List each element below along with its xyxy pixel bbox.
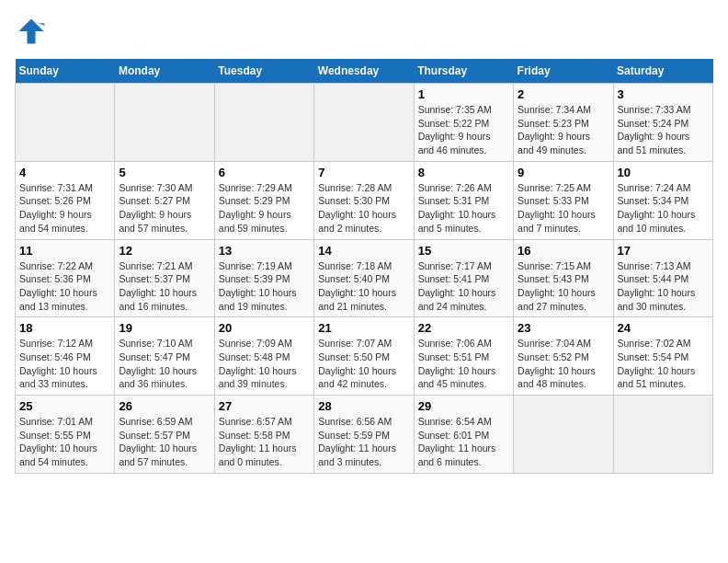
calendar-cell: 27Sunrise: 6:57 AMSunset: 5:58 PMDayligh… xyxy=(214,396,313,474)
calendar-table: SundayMondayTuesdayWednesdayThursdayFrid… xyxy=(15,59,713,474)
calendar-cell: 6Sunrise: 7:29 AMSunset: 5:29 PMDaylight… xyxy=(214,161,313,239)
day-info: Sunrise: 7:13 AMSunset: 5:44 PMDaylight:… xyxy=(618,259,709,314)
day-info: Sunrise: 7:30 AMSunset: 5:27 PMDaylight:… xyxy=(119,181,210,236)
day-info: Sunrise: 7:35 AMSunset: 5:22 PMDaylight:… xyxy=(418,103,509,157)
day-info: Sunrise: 7:09 AMSunset: 5:48 PMDaylight:… xyxy=(219,337,310,391)
day-info: Sunrise: 7:10 AMSunset: 5:47 PMDaylight:… xyxy=(119,337,210,391)
calendar-cell: 3Sunrise: 7:33 AMSunset: 5:24 PMDaylight… xyxy=(613,84,712,162)
calendar-cell: 23Sunrise: 7:04 AMSunset: 5:52 PMDayligh… xyxy=(514,317,613,396)
day-number: 21 xyxy=(318,321,409,335)
calendar-cell: 10Sunrise: 7:24 AMSunset: 5:34 PMDayligh… xyxy=(613,161,712,239)
day-info: Sunrise: 7:07 AMSunset: 5:50 PMDaylight:… xyxy=(318,337,409,391)
day-number: 29 xyxy=(418,399,509,413)
calendar-cell: 25Sunrise: 7:01 AMSunset: 5:55 PMDayligh… xyxy=(16,396,115,474)
calendar-cell: 28Sunrise: 6:56 AMSunset: 5:59 PMDayligh… xyxy=(314,396,414,474)
day-info: Sunrise: 6:59 AMSunset: 5:57 PMDaylight:… xyxy=(119,415,210,469)
day-number: 22 xyxy=(418,321,509,335)
day-info: Sunrise: 7:34 AMSunset: 5:23 PMDaylight:… xyxy=(518,103,609,157)
day-info: Sunrise: 7:12 AMSunset: 5:46 PMDaylight:… xyxy=(19,337,110,391)
day-info: Sunrise: 7:26 AMSunset: 5:31 PMDaylight:… xyxy=(418,181,509,236)
page-header xyxy=(15,15,713,48)
calendar-cell: 29Sunrise: 6:54 AMSunset: 6:01 PMDayligh… xyxy=(414,396,513,474)
calendar-cell: 14Sunrise: 7:18 AMSunset: 5:40 PMDayligh… xyxy=(314,239,414,317)
day-info: Sunrise: 7:24 AMSunset: 5:34 PMDaylight:… xyxy=(618,181,709,236)
day-number: 19 xyxy=(119,321,210,335)
calendar-cell xyxy=(514,396,613,474)
day-info: Sunrise: 7:25 AMSunset: 5:33 PMDaylight:… xyxy=(518,181,609,236)
logo-icon xyxy=(15,15,48,48)
day-of-week-header: Thursday xyxy=(414,59,513,84)
day-of-week-header: Sunday xyxy=(16,59,115,84)
day-of-week-header: Friday xyxy=(514,59,613,84)
calendar-week-row: 25Sunrise: 7:01 AMSunset: 5:55 PMDayligh… xyxy=(16,396,713,474)
day-info: Sunrise: 7:17 AMSunset: 5:41 PMDaylight:… xyxy=(418,259,509,314)
calendar-cell: 16Sunrise: 7:15 AMSunset: 5:43 PMDayligh… xyxy=(514,239,613,317)
day-info: Sunrise: 7:15 AMSunset: 5:43 PMDaylight:… xyxy=(518,259,609,314)
day-number: 1 xyxy=(418,87,509,101)
day-number: 15 xyxy=(418,244,509,258)
day-number: 10 xyxy=(618,166,709,179)
day-of-week-header: Tuesday xyxy=(214,59,313,84)
calendar-cell xyxy=(214,84,313,162)
day-number: 17 xyxy=(618,244,709,258)
calendar-cell: 22Sunrise: 7:06 AMSunset: 5:51 PMDayligh… xyxy=(414,317,513,396)
calendar-cell: 12Sunrise: 7:21 AMSunset: 5:37 PMDayligh… xyxy=(115,239,214,317)
calendar-cell: 2Sunrise: 7:34 AMSunset: 5:23 PMDaylight… xyxy=(514,84,613,162)
day-info: Sunrise: 7:19 AMSunset: 5:39 PMDaylight:… xyxy=(219,259,310,314)
day-number: 16 xyxy=(518,244,609,258)
calendar-cell: 7Sunrise: 7:28 AMSunset: 5:30 PMDaylight… xyxy=(314,161,414,239)
calendar-cell: 18Sunrise: 7:12 AMSunset: 5:46 PMDayligh… xyxy=(16,317,115,396)
calendar-cell: 26Sunrise: 6:59 AMSunset: 5:57 PMDayligh… xyxy=(115,396,214,474)
calendar-header-row: SundayMondayTuesdayWednesdayThursdayFrid… xyxy=(16,59,713,84)
day-info: Sunrise: 6:57 AMSunset: 5:58 PMDaylight:… xyxy=(219,415,310,469)
day-number: 3 xyxy=(618,87,709,101)
day-info: Sunrise: 6:54 AMSunset: 6:01 PMDaylight:… xyxy=(418,415,509,469)
logo xyxy=(15,15,51,48)
calendar-week-row: 1Sunrise: 7:35 AMSunset: 5:22 PMDaylight… xyxy=(16,84,713,162)
day-number: 8 xyxy=(418,166,509,179)
day-number: 11 xyxy=(19,244,110,258)
day-number: 28 xyxy=(318,399,409,413)
day-info: Sunrise: 7:28 AMSunset: 5:30 PMDaylight:… xyxy=(318,181,409,236)
calendar-cell xyxy=(613,396,712,474)
day-number: 7 xyxy=(318,166,409,179)
day-number: 5 xyxy=(119,166,210,179)
day-number: 20 xyxy=(219,321,310,335)
day-number: 12 xyxy=(119,244,210,258)
calendar-week-row: 18Sunrise: 7:12 AMSunset: 5:46 PMDayligh… xyxy=(16,317,713,396)
calendar-cell: 9Sunrise: 7:25 AMSunset: 5:33 PMDaylight… xyxy=(514,161,613,239)
day-info: Sunrise: 7:18 AMSunset: 5:40 PMDaylight:… xyxy=(318,259,409,314)
calendar-cell: 13Sunrise: 7:19 AMSunset: 5:39 PMDayligh… xyxy=(214,239,313,317)
calendar-cell: 4Sunrise: 7:31 AMSunset: 5:26 PMDaylight… xyxy=(16,161,115,239)
day-number: 24 xyxy=(618,321,709,335)
day-number: 6 xyxy=(219,166,310,179)
calendar-cell: 1Sunrise: 7:35 AMSunset: 5:22 PMDaylight… xyxy=(414,84,513,162)
day-info: Sunrise: 7:21 AMSunset: 5:37 PMDaylight:… xyxy=(119,259,210,314)
calendar-cell xyxy=(314,84,414,162)
day-info: Sunrise: 7:01 AMSunset: 5:55 PMDaylight:… xyxy=(19,415,110,469)
day-info: Sunrise: 7:22 AMSunset: 5:36 PMDaylight:… xyxy=(19,259,110,314)
calendar-cell: 5Sunrise: 7:30 AMSunset: 5:27 PMDaylight… xyxy=(115,161,214,239)
day-number: 13 xyxy=(219,244,310,258)
day-info: Sunrise: 7:31 AMSunset: 5:26 PMDaylight:… xyxy=(19,181,110,236)
day-number: 2 xyxy=(518,87,609,101)
calendar-cell: 17Sunrise: 7:13 AMSunset: 5:44 PMDayligh… xyxy=(613,239,712,317)
day-info: Sunrise: 7:02 AMSunset: 5:54 PMDaylight:… xyxy=(618,337,709,391)
day-info: Sunrise: 7:04 AMSunset: 5:52 PMDaylight:… xyxy=(518,337,609,391)
calendar-cell: 11Sunrise: 7:22 AMSunset: 5:36 PMDayligh… xyxy=(16,239,115,317)
calendar-week-row: 11Sunrise: 7:22 AMSunset: 5:36 PMDayligh… xyxy=(16,239,713,317)
day-number: 26 xyxy=(119,399,210,413)
calendar-week-row: 4Sunrise: 7:31 AMSunset: 5:26 PMDaylight… xyxy=(16,161,713,239)
day-number: 9 xyxy=(518,166,609,179)
day-of-week-header: Wednesday xyxy=(314,59,414,84)
calendar-cell: 21Sunrise: 7:07 AMSunset: 5:50 PMDayligh… xyxy=(314,317,414,396)
calendar-cell: 15Sunrise: 7:17 AMSunset: 5:41 PMDayligh… xyxy=(414,239,513,317)
day-info: Sunrise: 6:56 AMSunset: 5:59 PMDaylight:… xyxy=(318,415,409,469)
day-number: 14 xyxy=(318,244,409,258)
calendar-cell: 24Sunrise: 7:02 AMSunset: 5:54 PMDayligh… xyxy=(613,317,712,396)
day-info: Sunrise: 7:33 AMSunset: 5:24 PMDaylight:… xyxy=(618,103,709,157)
day-number: 4 xyxy=(19,166,110,179)
day-number: 18 xyxy=(19,321,110,335)
day-number: 23 xyxy=(518,321,609,335)
day-of-week-header: Monday xyxy=(115,59,214,84)
